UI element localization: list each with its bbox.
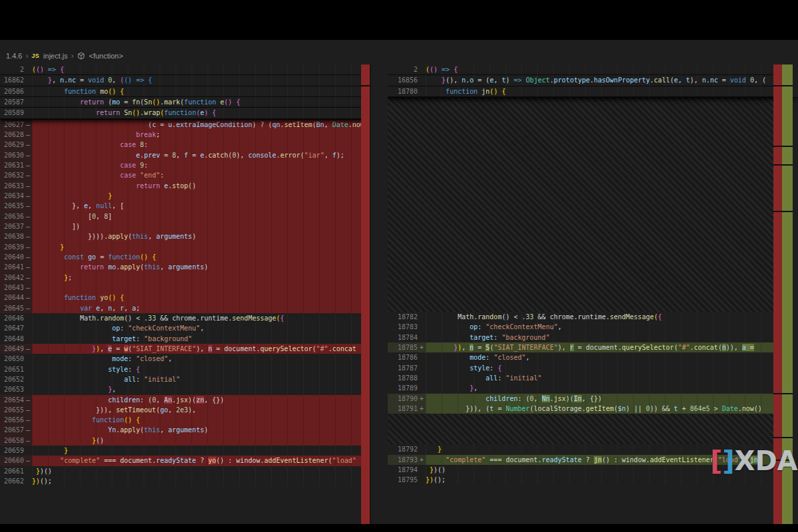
code-line[interactable]: 20587 return (mo = fn(Sn().mark(function… bbox=[0, 97, 370, 108]
deleted-code-line[interactable]: 20636– [0, 8] bbox=[0, 211, 370, 221]
line-gutter: 20662 bbox=[0, 476, 32, 486]
code-line[interactable]: 20648 target: "background" bbox=[0, 334, 370, 344]
code-line[interactable]: 20589 return Sn().wrap(function(e) { bbox=[0, 108, 370, 118]
code-line[interactable]: 16862 }, n.nc = void 0, (() => { bbox=[0, 75, 370, 86]
added-code-line[interactable]: 18785+ }), n = S("SIAT_INTERFACE"), r = … bbox=[388, 342, 773, 352]
deleted-code-line[interactable]: 20628– break; bbox=[0, 130, 370, 140]
deleted-code-line[interactable]: 20639– } bbox=[0, 242, 370, 252]
code-text: all: "initial" bbox=[426, 373, 773, 383]
deleted-code-line[interactable]: 20638– }))).apply(this, arguments) bbox=[0, 231, 370, 241]
diff-panes: 2(() => {16862 }, n.nc = void 0, (() => … bbox=[0, 65, 798, 524]
line-number: 20586 bbox=[0, 86, 24, 96]
code-line[interactable]: 2(() => { bbox=[0, 65, 370, 75]
code-line[interactable]: 18792 } bbox=[388, 444, 773, 454]
code-line[interactable]: 20647 op: "checkContextMenu", bbox=[0, 323, 370, 333]
deleted-code-line[interactable]: 20657– Yn.apply(this, arguments) bbox=[0, 425, 370, 435]
diff-pane-modified: 2(() => {16856 }(), n.o = (e, t) => Obje… bbox=[388, 65, 798, 524]
line-gutter: 16862 bbox=[0, 75, 32, 85]
code-text: (c = u.extraImageCondition) ? (qn.setIte… bbox=[32, 120, 370, 130]
code-line[interactable]: 18795})(); bbox=[388, 475, 773, 485]
code-line[interactable]: 20650 mode: "closed", bbox=[0, 354, 370, 364]
deleted-code-line[interactable]: 20655– })), setTimeout(go, 2e3), bbox=[0, 405, 370, 415]
line-gutter: 20587 bbox=[0, 97, 32, 107]
deleted-code-line[interactable]: 20637– ]) bbox=[0, 221, 370, 231]
line-gutter: 18785+ bbox=[388, 342, 426, 352]
diff-sign bbox=[24, 323, 32, 333]
code-line[interactable]: 20652 all: "initial" bbox=[0, 374, 370, 384]
deleted-code-line[interactable]: 20645– var e, n, r, a; bbox=[0, 303, 370, 313]
deleted-code-line[interactable]: 20643– bbox=[0, 283, 370, 293]
code-line[interactable]: 18794 })() bbox=[388, 465, 773, 475]
diff-sign bbox=[418, 352, 426, 362]
breadcrumb-symbol[interactable]: <function> bbox=[89, 52, 123, 60]
deleted-code-line[interactable]: 20658– }() bbox=[0, 436, 370, 446]
code-line[interactable]: 18784 target: "background" bbox=[388, 332, 773, 342]
diff-sign bbox=[24, 446, 32, 456]
deleted-code-line[interactable]: 20633– return e.stop() bbox=[0, 181, 370, 191]
line-gutter: 18791+ bbox=[388, 404, 426, 414]
pane-divider[interactable] bbox=[370, 65, 371, 524]
overview-ruler-deleted[interactable] bbox=[361, 65, 370, 524]
line-number: 18795 bbox=[388, 475, 418, 485]
deleted-code-line[interactable]: 20641– return mo.apply(this, arguments) bbox=[0, 262, 370, 272]
diff-sign bbox=[418, 75, 426, 85]
line-gutter: 20651 bbox=[0, 364, 32, 374]
code-line[interactable]: 18783 op: "checkContextMenu", bbox=[388, 322, 773, 332]
deleted-code-line[interactable]: 20642– }; bbox=[0, 273, 370, 283]
deleted-code-line[interactable]: 20630– e.prev = 8, f = e.catch(0), conso… bbox=[0, 150, 370, 160]
deleted-code-line[interactable]: 20627– (c = u.extraImageCondition) ? (qn… bbox=[0, 120, 370, 130]
code-line[interactable]: 18782 Math.random() < .33 && chrome.runt… bbox=[388, 312, 773, 322]
code-line[interactable]: 20659 } bbox=[0, 446, 370, 456]
added-code-line[interactable]: 18791+ })), (t = Number(localStorage.get… bbox=[388, 404, 773, 414]
code-line[interactable]: 20586 function mo() { bbox=[0, 86, 370, 97]
added-code-line[interactable]: 18793+ "complete" === document.readyStat… bbox=[388, 455, 773, 465]
overview-ruler-deleted[interactable] bbox=[773, 65, 782, 524]
ruler-gap bbox=[773, 393, 793, 394]
code-text: }, bbox=[426, 383, 773, 393]
deleted-code-line[interactable]: 20649– }), e = w("SIAT_INTERFACE"), n = … bbox=[0, 344, 370, 354]
added-code-line[interactable]: 18790+ children: (0, Nn.jsx)(In, {}) bbox=[388, 394, 773, 404]
diff-sign bbox=[418, 373, 426, 383]
deleted-code-line[interactable]: 20629– case 8: bbox=[0, 140, 370, 150]
code-line[interactable]: 18780 function jn() { bbox=[388, 86, 773, 97]
code-line[interactable]: 18786 mode: "closed", bbox=[388, 352, 773, 362]
symbol-function-icon bbox=[77, 52, 85, 60]
code-text: break; bbox=[32, 130, 370, 140]
code-line[interactable]: 18787 style: { bbox=[388, 363, 773, 373]
deleted-code-line[interactable]: 20654– children: (0, An.jsx)(zn, {}) bbox=[0, 395, 370, 405]
code-text: }, bbox=[32, 384, 370, 394]
deleted-code-line[interactable]: 20660– "complete" === document.readyStat… bbox=[0, 456, 370, 466]
deleted-code-line[interactable]: 20656– function() { bbox=[0, 415, 370, 425]
deleted-code-line[interactable]: 20632– case "end": bbox=[0, 170, 370, 180]
code-line[interactable]: 18788 all: "initial" bbox=[388, 373, 773, 383]
diff-sign: + bbox=[418, 404, 426, 414]
code-line[interactable]: 20662})(); bbox=[0, 476, 370, 486]
diff-sign: – bbox=[24, 140, 32, 150]
diff-sign bbox=[418, 332, 426, 342]
diff-sign bbox=[418, 475, 426, 485]
diff-sign bbox=[24, 65, 32, 74]
deleted-code-line[interactable]: 20635– }, e, null, [ bbox=[0, 201, 370, 211]
code-line[interactable]: 20646 Math.random() < .33 && chrome.runt… bbox=[0, 313, 370, 323]
overview-ruler-added[interactable] bbox=[782, 65, 793, 524]
code-line[interactable]: 20653 }, bbox=[0, 384, 370, 394]
code-line[interactable]: 2(() => { bbox=[388, 65, 773, 75]
deleted-code-line[interactable]: 20644– function yo() { bbox=[0, 293, 370, 303]
breadcrumb-file[interactable]: inject.js bbox=[43, 52, 68, 60]
deleted-code-line[interactable]: 20631– case 9: bbox=[0, 160, 370, 170]
line-gutter: 18794 bbox=[388, 465, 426, 475]
deleted-code-line[interactable]: 20634– } bbox=[0, 191, 370, 201]
code-line[interactable]: 16856 }(), n.o = (e, t) => Object.protot… bbox=[388, 75, 773, 86]
diff-sign bbox=[418, 465, 426, 475]
diff-sign: – bbox=[24, 201, 32, 211]
deleted-code-line[interactable]: 20640– const go = function() { bbox=[0, 252, 370, 262]
line-number: 20655 bbox=[0, 405, 24, 415]
code-text: op: "checkContextMenu", bbox=[426, 322, 773, 332]
breadcrumb-folder[interactable]: 1.4.6 bbox=[6, 52, 22, 60]
code-text: }), n = S("SIAT_INTERFACE"), r = documen… bbox=[426, 342, 773, 352]
line-gutter: 20628– bbox=[0, 130, 32, 140]
code-line[interactable]: 18789 }, bbox=[388, 383, 773, 393]
line-number: 20629 bbox=[0, 140, 24, 150]
code-line[interactable]: 20651 style: { bbox=[0, 364, 370, 374]
code-line[interactable]: 20661 })() bbox=[0, 466, 370, 476]
